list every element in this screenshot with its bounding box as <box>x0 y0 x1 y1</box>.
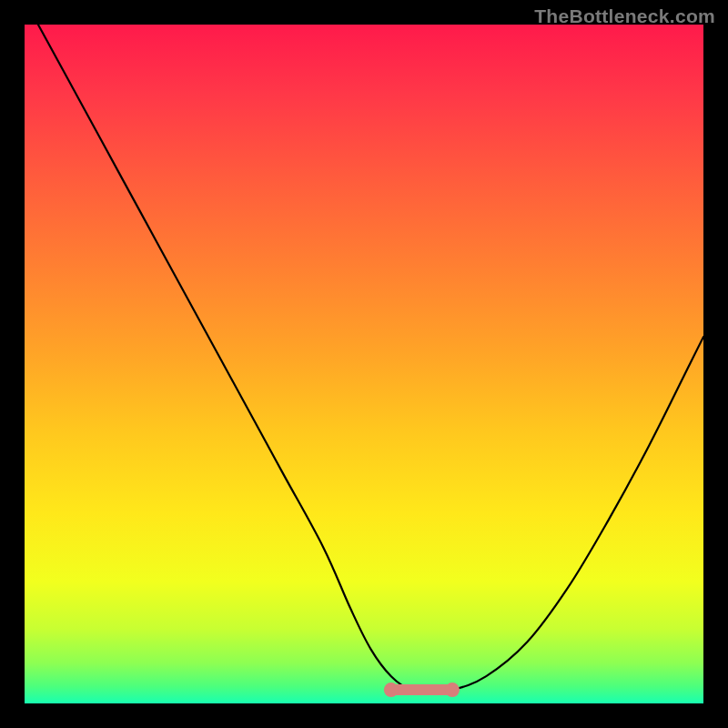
plot-area <box>25 25 703 703</box>
optimal-range-dot-left <box>384 682 399 697</box>
watermark-text: TheBottleneck.com <box>534 5 715 27</box>
bottleneck-curve <box>38 25 703 691</box>
chart-frame: TheBottleneck.com <box>0 0 728 728</box>
optimal-range-dot-right <box>445 682 460 697</box>
bottleneck-curve-layer <box>25 25 703 703</box>
